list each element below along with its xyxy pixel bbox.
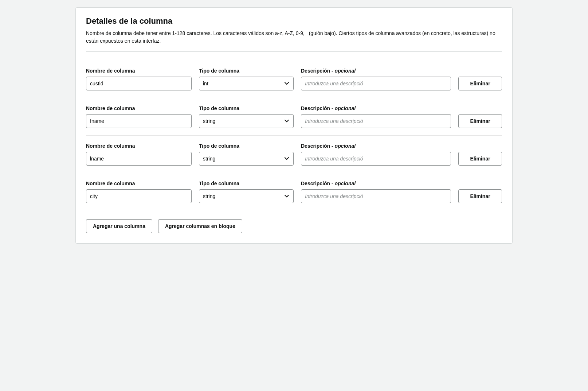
label-nombre-columna: Nombre de columna <box>86 181 192 186</box>
column-name-input[interactable] <box>86 77 192 90</box>
label-descripcion: Descripción - opcional <box>301 68 502 74</box>
field-labels: Nombre de columnaTipo de columnaDescripc… <box>86 68 502 74</box>
column-row: Nombre de columnaTipo de columnaDescripc… <box>86 61 502 98</box>
bottom-buttons: Agregar una columna Agregar columnas en … <box>86 219 502 233</box>
page-title: Detalles de la columna <box>86 16 502 26</box>
column-row: Nombre de columnaTipo de columnaDescripc… <box>86 173 502 210</box>
add-column-button[interactable]: Agregar una columna <box>86 219 152 233</box>
label-descripcion: Descripción - opcional <box>301 181 502 186</box>
label-tipo-columna: Tipo de columna <box>199 181 294 186</box>
page-description: Nombre de columna debe tener entre 1-128… <box>86 30 502 52</box>
label-tipo-columna: Tipo de columna <box>199 68 294 74</box>
columns-container: Nombre de columnaTipo de columnaDescripc… <box>86 61 502 210</box>
column-type-select[interactable]: intstringbooleanfloatdoublebigintsmallin… <box>199 77 294 90</box>
eliminar-button[interactable]: Eliminar <box>458 114 502 128</box>
column-row: Nombre de columnaTipo de columnaDescripc… <box>86 98 502 136</box>
eliminar-button[interactable]: Eliminar <box>458 152 502 166</box>
label-nombre-columna: Nombre de columna <box>86 143 192 149</box>
column-type-select[interactable]: intstringbooleanfloatdoublebigintsmallin… <box>199 152 294 166</box>
field-inputs: intstringbooleanfloatdoublebigintsmallin… <box>86 114 502 128</box>
field-labels: Nombre de columnaTipo de columnaDescripc… <box>86 181 502 186</box>
eliminar-button[interactable]: Eliminar <box>458 189 502 203</box>
label-nombre-columna: Nombre de columna <box>86 105 192 111</box>
column-description-input[interactable] <box>301 152 451 166</box>
field-inputs: intstringbooleanfloatdoublebigintsmallin… <box>86 77 502 90</box>
column-name-input[interactable] <box>86 114 192 128</box>
label-tipo-columna: Tipo de columna <box>199 105 294 111</box>
field-labels: Nombre de columnaTipo de columnaDescripc… <box>86 143 502 149</box>
field-inputs: intstringbooleanfloatdoublebigintsmallin… <box>86 189 502 203</box>
label-nombre-columna: Nombre de columna <box>86 68 192 74</box>
column-details-card: Detalles de la columna Nombre de columna… <box>75 7 513 244</box>
eliminar-button[interactable]: Eliminar <box>458 77 502 90</box>
column-row: Nombre de columnaTipo de columnaDescripc… <box>86 136 502 173</box>
column-type-select[interactable]: intstringbooleanfloatdoublebigintsmallin… <box>199 114 294 128</box>
label-descripcion: Descripción - opcional <box>301 105 502 111</box>
field-inputs: intstringbooleanfloatdoublebigintsmallin… <box>86 152 502 166</box>
column-description-input[interactable] <box>301 77 451 90</box>
column-name-input[interactable] <box>86 189 192 203</box>
label-tipo-columna: Tipo de columna <box>199 143 294 149</box>
column-description-input[interactable] <box>301 189 451 203</box>
add-bulk-columns-button[interactable]: Agregar columnas en bloque <box>158 219 242 233</box>
column-name-input[interactable] <box>86 152 192 166</box>
label-descripcion: Descripción - opcional <box>301 143 502 149</box>
column-description-input[interactable] <box>301 114 451 128</box>
column-type-select[interactable]: intstringbooleanfloatdoublebigintsmallin… <box>199 189 294 203</box>
field-labels: Nombre de columnaTipo de columnaDescripc… <box>86 105 502 111</box>
